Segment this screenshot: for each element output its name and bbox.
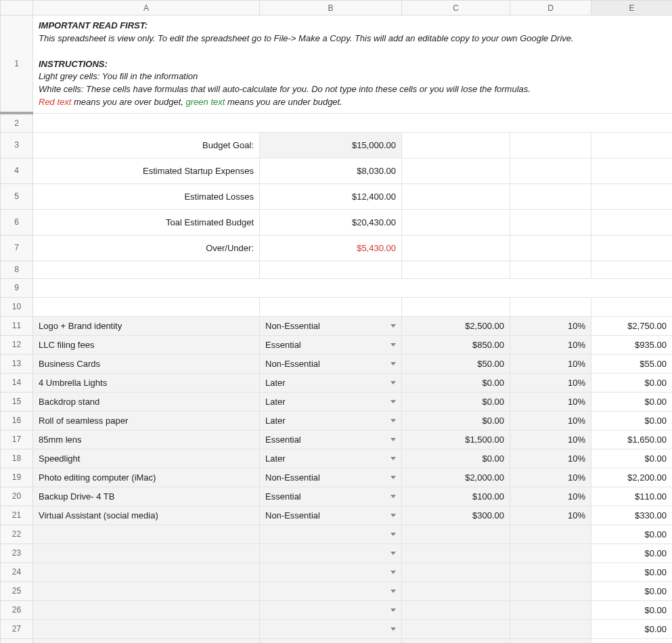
- expense-budget[interactable]: [402, 562, 510, 581]
- row-header-10[interactable]: 10: [1, 297, 33, 316]
- expense-name[interactable]: [33, 562, 260, 581]
- cell-d6[interactable]: [510, 209, 591, 235]
- expense-name[interactable]: LLC filing fees: [33, 335, 260, 354]
- expense-total[interactable]: $0.00: [591, 449, 673, 468]
- cell-e5[interactable]: [591, 183, 673, 209]
- expense-padding[interactable]: 10%: [510, 335, 591, 354]
- expense-name[interactable]: [33, 525, 260, 544]
- expense-total[interactable]: $1,650.00: [591, 430, 673, 449]
- expense-padding[interactable]: [510, 562, 591, 581]
- summary-label[interactable]: Estimated Losses: [33, 183, 260, 209]
- expense-name[interactable]: [33, 600, 260, 619]
- cell-e4[interactable]: [591, 158, 673, 183]
- expense-padding[interactable]: 10%: [510, 354, 591, 373]
- expense-budget[interactable]: $0.00: [402, 392, 510, 411]
- header-expense[interactable]: Expense: [33, 297, 260, 316]
- expense-category-dropdown[interactable]: [260, 544, 402, 562]
- row-header-6[interactable]: 6: [1, 209, 33, 235]
- expense-total[interactable]: $2,200.00: [591, 468, 673, 487]
- expense-name[interactable]: Business Cards: [33, 354, 260, 373]
- row-header-5[interactable]: 5: [1, 183, 33, 209]
- spreadsheet-grid[interactable]: A B C D E 1 IMPORTANT READ FIRST: This s…: [0, 0, 672, 643]
- row-header-21[interactable]: 21: [1, 506, 33, 525]
- expense-total[interactable]: $0.00: [591, 619, 673, 638]
- expense-category-dropdown[interactable]: [260, 638, 402, 643]
- expense-padding[interactable]: 10%: [510, 392, 591, 411]
- expense-name[interactable]: [33, 638, 260, 643]
- cell-d3[interactable]: [510, 132, 591, 158]
- expense-budget[interactable]: [402, 581, 510, 600]
- expense-name[interactable]: Roll of seamless paper: [33, 411, 260, 430]
- expense-padding[interactable]: [510, 638, 591, 643]
- row-header-23[interactable]: 23: [1, 544, 33, 562]
- expense-name[interactable]: Backdrop stand: [33, 392, 260, 411]
- section-title-expenses[interactable]: Startup Expenses: [33, 278, 673, 297]
- expense-budget[interactable]: $0.00: [402, 449, 510, 468]
- cell-c5[interactable]: [402, 183, 510, 209]
- corner-cell[interactable]: [1, 1, 33, 16]
- expense-category-dropdown[interactable]: Later: [260, 373, 402, 392]
- expense-padding[interactable]: [510, 581, 591, 600]
- expense-budget[interactable]: $50.00: [402, 354, 510, 373]
- expense-category-dropdown[interactable]: Non-Essential: [260, 354, 402, 373]
- expense-total[interactable]: $330.00: [591, 506, 673, 525]
- row-header-12[interactable]: 12: [1, 335, 33, 354]
- expense-name[interactable]: 85mm lens: [33, 430, 260, 449]
- cell-d7[interactable]: [510, 235, 591, 261]
- summary-label[interactable]: Estimated Startup Expenses: [33, 158, 260, 183]
- row-header-16[interactable]: 16: [1, 411, 33, 430]
- cell-d4[interactable]: [510, 158, 591, 183]
- expense-padding[interactable]: [510, 619, 591, 638]
- summary-value[interactable]: $5,430.00: [260, 235, 402, 261]
- expense-name[interactable]: Photo editing computer (iMac): [33, 468, 260, 487]
- cell-d8[interactable]: [510, 261, 591, 278]
- cell-e3[interactable]: [591, 132, 673, 158]
- header-total[interactable]: Total: [591, 297, 673, 316]
- expense-budget[interactable]: [402, 619, 510, 638]
- expense-total[interactable]: $2,750.00: [591, 316, 673, 335]
- expense-category-dropdown[interactable]: Later: [260, 411, 402, 430]
- row-header-20[interactable]: 20: [1, 487, 33, 506]
- expense-category-dropdown[interactable]: [260, 600, 402, 619]
- col-header-e[interactable]: E: [591, 1, 673, 16]
- row-header-1[interactable]: 1: [1, 16, 33, 114]
- row-header-3[interactable]: 3: [1, 132, 33, 158]
- col-header-b[interactable]: B: [260, 1, 402, 16]
- expense-total[interactable]: $110.00: [591, 487, 673, 506]
- expense-padding[interactable]: [510, 600, 591, 619]
- expense-name[interactable]: Logo + Brand identity: [33, 316, 260, 335]
- row-header-19[interactable]: 19: [1, 468, 33, 487]
- expense-name[interactable]: [33, 619, 260, 638]
- cell-b8[interactable]: [260, 261, 402, 278]
- row-header-11[interactable]: 11: [1, 316, 33, 335]
- cell-c7[interactable]: [402, 235, 510, 261]
- row-header-28[interactable]: 28: [1, 638, 33, 643]
- cell-e7[interactable]: [591, 235, 673, 261]
- expense-budget[interactable]: $1,500.00: [402, 430, 510, 449]
- row-header-7[interactable]: 7: [1, 235, 33, 261]
- row-header-9[interactable]: 9: [1, 278, 33, 297]
- row-header-26[interactable]: 26: [1, 600, 33, 619]
- expense-category-dropdown[interactable]: [260, 619, 402, 638]
- instructions-cell[interactable]: IMPORTANT READ FIRST: This spreadsheet i…: [33, 16, 673, 114]
- cell-d5[interactable]: [510, 183, 591, 209]
- row-header-24[interactable]: 24: [1, 562, 33, 581]
- expense-padding[interactable]: [510, 525, 591, 544]
- expense-name[interactable]: 4 Umbrella Lights: [33, 373, 260, 392]
- expense-total[interactable]: $55.00: [591, 354, 673, 373]
- expense-category-dropdown[interactable]: Later: [260, 449, 402, 468]
- expense-budget[interactable]: [402, 600, 510, 619]
- summary-label[interactable]: Budget Goal:: [33, 132, 260, 158]
- expense-total[interactable]: $0.00: [591, 411, 673, 430]
- cell-a8[interactable]: [33, 261, 260, 278]
- header-category[interactable]: Category: [260, 297, 402, 316]
- row-header-15[interactable]: 15: [1, 392, 33, 411]
- expense-category-dropdown[interactable]: Non-Essential: [260, 316, 402, 335]
- row-header-17[interactable]: 17: [1, 430, 33, 449]
- expense-category-dropdown[interactable]: Essential: [260, 335, 402, 354]
- col-header-a[interactable]: A: [33, 1, 260, 16]
- summary-label[interactable]: Over/Under:: [33, 235, 260, 261]
- expense-name[interactable]: [33, 544, 260, 562]
- row-header-13[interactable]: 13: [1, 354, 33, 373]
- row-header-25[interactable]: 25: [1, 581, 33, 600]
